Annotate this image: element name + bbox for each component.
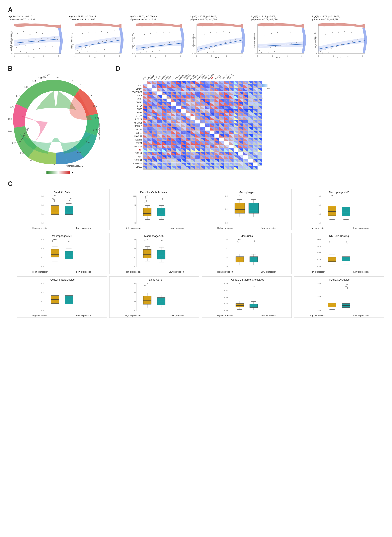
svg-rect-401	[250, 257, 258, 262]
svg-text:6: 6	[287, 55, 288, 57]
boxplot-svg-3: *	[203, 195, 290, 226]
svg-text:3: 3	[28, 55, 29, 57]
section-a: A log₂(S) = 19.13, p=0.017, ρSpearman=-0…	[8, 6, 384, 59]
svg-rect-273	[51, 205, 59, 215]
xlabel-low-9: Low expression	[76, 314, 91, 317]
svg-point-80	[175, 41, 175, 42]
svg-point-159	[325, 49, 326, 50]
svg-text:**: **	[146, 282, 148, 285]
section-bd-row: B	[8, 65, 384, 174]
svg-point-410	[329, 242, 330, 243]
svg-point-163	[346, 43, 347, 43]
svg-point-15	[54, 37, 55, 38]
svg-text:0.14: 0.14	[69, 80, 73, 82]
svg-point-53	[96, 51, 97, 51]
svg-text:0.70: 0.70	[10, 106, 14, 108]
svg-text:Log2 (B cell expression): Log2 (B cell expression)	[10, 31, 12, 51]
svg-point-115	[216, 32, 217, 32]
svg-point-134	[280, 45, 281, 46]
boxplot-title-10: Plasma.Cells	[111, 278, 198, 281]
scatter-plot-6: log₂(S) = 18.79, p=2.25e-31, ρSpearman=0…	[312, 15, 371, 59]
boxplot-title-6: Macrophages.M2	[111, 234, 198, 238]
svg-text:*: *	[239, 195, 240, 197]
svg-text:*: *	[331, 282, 332, 285]
svg-text:9: 9	[180, 55, 181, 57]
svg-point-14	[51, 40, 51, 40]
xlabel-row-4: High expression Low expression	[295, 227, 383, 229]
svg-text:ADORA2A: ADORA2A	[132, 163, 142, 165]
svg-text:6: 6	[43, 55, 44, 57]
svg-text:**: **	[146, 195, 148, 197]
svg-point-330	[329, 197, 330, 198]
svg-text:6: 6	[165, 55, 166, 57]
scatter-1-svg: 0 3 6 9 0.0 0.5 1.0 1.5 Log2 (B cell exp…	[8, 22, 67, 58]
xlabel-high-5: High expression	[32, 271, 48, 273]
svg-point-107	[225, 42, 226, 43]
svg-text:IDO1: IDO1	[137, 95, 142, 97]
svg-text:Log2 (T cell CD4+): Log2 (T cell CD4+)	[71, 33, 73, 49]
boxplot-title-4: Macrophages.M0	[295, 191, 383, 194]
scatter-6-stat: log₂(S) = 18.79, p=2.25e-31, ρSpearman=0…	[312, 15, 371, 21]
xlabel-row-11: High expression Low expression	[203, 314, 290, 317]
svg-point-6	[25, 45, 26, 46]
svg-text:0.3: 0.3	[41, 283, 44, 284]
svg-point-49	[111, 39, 111, 40]
svg-text:0.35: 0.35	[93, 105, 97, 107]
boxplot-macrophages-m2: Macrophages.M2 *	[109, 233, 199, 274]
xlabel-low-7: Low expression	[261, 271, 276, 273]
xlabel-row-2: High expression Low expression	[111, 227, 198, 229]
svg-point-493	[345, 286, 346, 287]
boxplot-dendritic-cells: Dendritic.Cells **	[17, 189, 107, 230]
svg-rect-441	[65, 295, 73, 304]
svg-point-391	[238, 242, 239, 243]
svg-rect-315	[235, 203, 245, 213]
scatter-1-stat: log₂(S) = 19.13, p=0.017, ρSpearman=-0.3…	[8, 15, 67, 21]
svg-text:TGFBR1: TGFBR1	[134, 159, 142, 161]
scatter-plot-1: log₂(S) = 19.13, p=0.017, ρSpearman=-0.3…	[8, 15, 67, 59]
svg-point-116	[223, 31, 224, 32]
svg-rect-421	[342, 257, 350, 261]
svg-text:LGALS9: LGALS9	[135, 129, 142, 131]
legend-minus1: -1	[42, 171, 45, 174]
scatter-plot-2: log₂(S) = 18.95, p=2.89e-14, ρSpearman=0…	[69, 15, 128, 59]
svg-text:Macrophages.M1: Macrophages.M1	[66, 165, 83, 167]
svg-text:VTCN1: VTCN1	[135, 152, 142, 154]
svg-point-350	[52, 241, 53, 242]
svg-point-79	[169, 42, 170, 43]
svg-point-494	[347, 288, 348, 289]
scatter-plot-4: log₂(S) = 18.72, p=4.4e-40, ρSpearman=0.…	[191, 15, 249, 59]
svg-point-23	[17, 33, 18, 34]
svg-point-492	[346, 284, 348, 285]
svg-point-117	[229, 32, 230, 33]
svg-point-337	[347, 197, 348, 198]
svg-point-133	[275, 46, 276, 47]
svg-text:LAG3: LAG3	[137, 98, 142, 100]
svg-text:3: 3	[332, 55, 334, 57]
svg-point-161	[336, 46, 337, 47]
svg-point-21	[46, 47, 46, 47]
svg-text:0.1: 0.1	[41, 213, 44, 215]
svg-point-51	[79, 52, 79, 53]
svg-text:0.6: 0.6	[226, 239, 229, 241]
svg-point-9	[35, 40, 36, 40]
scatter-4-svg: 0 3 6 9 0.00 0.25 0.75 Log2 (Neutrophil)…	[191, 22, 249, 58]
boxplot-grid: Dendritic.Cells **	[17, 189, 384, 318]
svg-text:HAVCR2: HAVCR2	[134, 135, 142, 137]
svg-rect-395	[236, 257, 244, 262]
svg-rect-454	[143, 296, 151, 304]
svg-point-57	[95, 33, 96, 33]
svg-text:IL10RB: IL10RB	[135, 139, 142, 141]
svg-text:0.025: 0.025	[224, 303, 229, 305]
svg-point-139	[268, 52, 269, 52]
svg-point-27	[42, 33, 43, 34]
svg-point-111	[207, 52, 208, 53]
svg-text:0.100: 0.100	[224, 283, 229, 284]
svg-point-390	[237, 241, 238, 242]
svg-text:9: 9	[362, 55, 363, 57]
svg-point-392	[254, 241, 255, 242]
svg-text:0.28: 0.28	[51, 163, 55, 166]
xlabel-high-3: High expression	[217, 227, 233, 229]
boxplot-title-11: T.Cells.CD4.Memory.Activated	[203, 278, 290, 281]
svg-point-41	[77, 50, 78, 51]
svg-point-76	[154, 47, 154, 47]
